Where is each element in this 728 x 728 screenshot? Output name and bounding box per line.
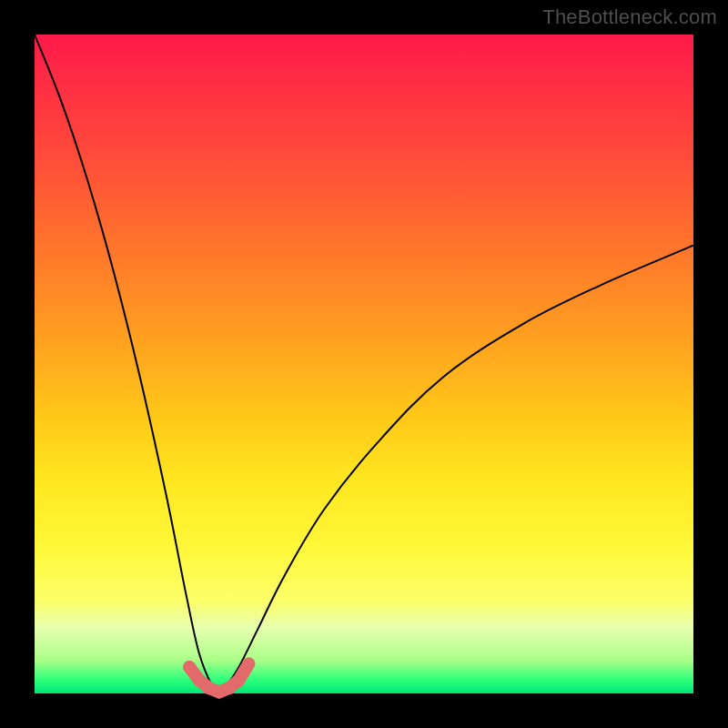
trough-dot <box>232 674 245 687</box>
watermark-text: TheBottleneck.com <box>542 5 717 29</box>
trough-dot <box>183 661 196 673</box>
trough-dot <box>193 674 206 687</box>
trough-dots-group <box>183 657 255 698</box>
plot-area <box>35 35 693 693</box>
trough-dot <box>242 657 255 670</box>
curve-svg <box>35 35 693 693</box>
bottleneck-curve <box>35 35 693 693</box>
chart-frame: TheBottleneck.com <box>0 0 728 728</box>
trough-dot <box>223 682 236 694</box>
